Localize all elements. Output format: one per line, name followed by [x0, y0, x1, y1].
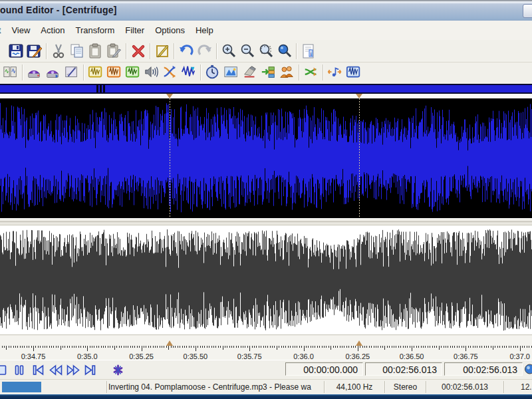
playback-position-marker[interactable] — [103, 85, 105, 92]
menu-edit[interactable]: Edit — [0, 25, 6, 35]
wave-green-icon[interactable] — [125, 65, 141, 80]
playback-position-marker[interactable] — [96, 85, 98, 92]
selection-marker-top[interactable] — [166, 94, 173, 98]
selection-marker-top[interactable] — [356, 94, 362, 98]
menu-transform[interactable]: Transform — [70, 25, 120, 35]
mixer-swap-icon[interactable] — [303, 65, 319, 80]
save-icon[interactable] — [7, 43, 25, 60]
statusbar-divider — [503, 381, 505, 393]
waveform-left-channel[interactable] — [0, 98, 532, 218]
statusbar-divider — [426, 381, 427, 393]
statusbar-progress: 12. — [521, 382, 532, 392]
zoom-selection-icon[interactable] — [257, 43, 275, 60]
cut-icon[interactable] — [50, 43, 67, 60]
progress-indicator — [2, 382, 41, 392]
statusbar-divider — [106, 381, 108, 393]
statusbar-samplerate: 44,100 Hz — [326, 382, 383, 392]
toolbar-separator — [46, 43, 47, 59]
playback-position-marker[interactable] — [100, 85, 102, 92]
zoom-tool-icon[interactable] — [523, 362, 532, 378]
forward-button[interactable] — [65, 362, 81, 378]
delete-icon[interactable] — [130, 43, 147, 60]
undo-icon[interactable] — [178, 43, 195, 60]
tools-toolbar — [0, 63, 532, 82]
spectrum-view-icon[interactable] — [223, 65, 239, 80]
envelope-tool-icon[interactable] — [242, 65, 258, 80]
toolbar-separator — [126, 43, 127, 59]
statusbar-divider — [384, 381, 386, 393]
record-button[interactable] — [110, 362, 126, 378]
menu-bar: EditViewActionTransformFilterOptionsHelp — [0, 21, 532, 41]
speaker-icon[interactable] — [144, 65, 160, 80]
dual-view-icon[interactable] — [3, 65, 19, 80]
file-info-icon[interactable]: i — [300, 43, 317, 60]
menu-options[interactable]: Options — [150, 25, 190, 35]
status-message: Inverting 04. Pomplamoose - Centrifuge.m… — [108, 382, 323, 392]
toolbar-separator — [83, 65, 84, 80]
time-display-total-length[interactable]: 00:02:56.013 — [444, 362, 523, 376]
zoom-out-icon[interactable] — [239, 43, 256, 60]
invert-wave-icon[interactable] — [181, 65, 197, 80]
go-start-button[interactable] — [30, 362, 47, 378]
overview-position-bar[interactable] — [0, 84, 532, 94]
import-mix-icon[interactable] — [261, 65, 277, 80]
zoom-all-icon[interactable] — [276, 43, 293, 60]
stretch-note-icon[interactable] — [327, 65, 343, 80]
main-toolbar: i — [0, 40, 532, 63]
paste-icon[interactable] — [87, 43, 104, 60]
toolbar-separator — [150, 43, 151, 59]
pause-button[interactable] — [11, 362, 28, 378]
window-title: ound Editor - [Centrifuge] — [0, 5, 117, 15]
menu-view[interactable]: View — [6, 25, 35, 35]
selection-marker-lane — [0, 94, 532, 98]
selection-marker-ruler[interactable] — [166, 340, 173, 346]
statusbar-duration: 00:02:56.013 — [428, 382, 502, 392]
statusbar-divider — [324, 381, 325, 393]
wave-yellow-icon[interactable] — [88, 65, 104, 80]
toolbar-separator — [323, 65, 324, 80]
taskbar-edge — [0, 394, 532, 399]
paste-special-icon[interactable] — [106, 43, 123, 60]
wave-blue-icon[interactable] — [346, 65, 362, 80]
minimize-button[interactable] — [523, 4, 532, 18]
voices-icon[interactable] — [279, 65, 295, 80]
redo-icon[interactable] — [196, 43, 213, 60]
crop-icon[interactable] — [154, 43, 171, 60]
statusbar-channels: Stereo — [386, 382, 424, 392]
time-display-position[interactable]: 00:00:00.000 — [285, 362, 363, 376]
zoom-in-icon[interactable] — [220, 43, 237, 60]
go-end-button[interactable] — [82, 362, 98, 378]
crossfade-icon[interactable] — [162, 65, 178, 80]
time-ruler[interactable]: 0:34.750:35.00:35.250:35.500:35.750:36.0… — [0, 334, 532, 360]
toolbar-separator — [299, 65, 300, 80]
stop-button[interactable] — [0, 362, 10, 378]
toolbar-separator — [216, 43, 217, 59]
timer-clock-icon[interactable] — [205, 65, 221, 80]
menu-action[interactable]: Action — [35, 25, 70, 35]
menu-help[interactable]: Help — [190, 25, 219, 35]
time-display-selection-length[interactable]: 00:02:56.013 — [365, 362, 442, 376]
menu-filter[interactable]: Filter — [120, 25, 150, 35]
ruler-ticks — [0, 346, 532, 351]
toolbar-separator — [22, 65, 23, 80]
waveform-right-channel[interactable] — [0, 225, 532, 334]
transport-bar: 00:00:00.00000:02:56.01300:02:56.013 — [0, 360, 532, 380]
wave-orange-icon[interactable] — [106, 65, 122, 80]
toolbar-separator — [200, 65, 201, 80]
save-as-icon[interactable] — [26, 43, 43, 60]
mirror-icon[interactable] — [64, 65, 80, 80]
copy-icon[interactable] — [68, 43, 86, 60]
status-bar: Inverting 04. Pomplamoose - Centrifuge.m… — [0, 379, 532, 395]
cd-extract-icon[interactable] — [45, 65, 61, 80]
selection-marker-ruler[interactable] — [356, 340, 362, 346]
toolbar-separator — [296, 43, 297, 59]
toolbar-separator — [174, 43, 175, 59]
cd-burn-icon[interactable] — [27, 65, 43, 80]
channel-separator — [0, 218, 532, 225]
title-bar[interactable]: ound Editor - [Centrifuge] — [0, 0, 532, 21]
rewind-button[interactable] — [47, 362, 64, 378]
